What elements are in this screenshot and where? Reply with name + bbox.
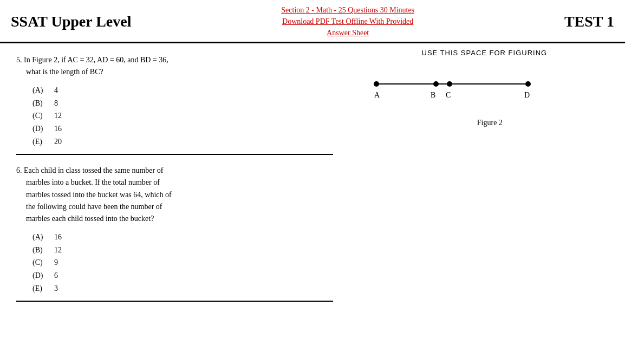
- figure-2-caption: Figure 2: [366, 119, 614, 127]
- list-item: (D) 16: [32, 122, 333, 135]
- list-item: (C) 9: [32, 256, 333, 269]
- page-title: SSAT Upper Level: [11, 13, 131, 30]
- answer-label: (E): [32, 135, 49, 148]
- question-5-number: 5.: [16, 56, 22, 64]
- question-5-line2: what is the length of BC?: [26, 68, 103, 76]
- answer-label: (A): [32, 231, 49, 244]
- figure-2-container: A B C D Figure 2: [355, 73, 614, 127]
- answer-value: 6: [54, 269, 58, 282]
- answer-label: (C): [32, 256, 49, 269]
- list-item: (D) 6: [32, 269, 333, 282]
- questions-column: 5. In Figure 2, if AC = 32, AD = 60, and…: [0, 43, 344, 307]
- question-6-answers: (A) 16 (B) 12 (C) 9 (D) 6 (E) 3: [32, 231, 333, 295]
- answer-label: (D): [32, 122, 49, 135]
- answer-value: 12: [54, 109, 62, 122]
- figuring-column: USE THIS SPACE FOR FIGURING A B C D: [344, 43, 625, 307]
- answer-value: 20: [54, 135, 62, 148]
- list-item: (E) 3: [32, 282, 333, 295]
- answer-label: (C): [32, 109, 49, 122]
- answer-value: 8: [54, 97, 58, 110]
- page-header: SSAT Upper Level Section 2 - Math - 25 Q…: [0, 0, 625, 43]
- answer-label: (D): [32, 269, 49, 282]
- point-D: [525, 81, 531, 87]
- label-A: A: [374, 91, 380, 99]
- point-C: [447, 81, 452, 87]
- answer-label: (B): [32, 244, 49, 257]
- answer-label: (A): [32, 84, 49, 97]
- question-6-line5: marbles each child tossed into the bucke…: [26, 214, 154, 223]
- list-item: (A) 16: [32, 231, 333, 244]
- list-item: (C) 12: [32, 109, 333, 122]
- question-6-text: 6. Each child in class tossed the same n…: [16, 165, 333, 225]
- question-5-line1: In Figure 2, if AC = 32, AD = 60, and BD…: [24, 56, 168, 64]
- question-6-number: 6.: [16, 166, 22, 174]
- answer-value: 3: [54, 282, 58, 295]
- question-6-line2: marbles into a bucket. If the total numb…: [26, 178, 160, 186]
- list-item: (A) 4: [32, 84, 333, 97]
- label-B: B: [431, 91, 435, 99]
- point-B: [433, 81, 439, 87]
- list-item: (E) 20: [32, 135, 333, 148]
- question-6: 6. Each child in class tossed the same n…: [16, 155, 333, 302]
- list-item: (B) 12: [32, 244, 333, 257]
- question-6-line1: Each child in class tossed the same numb…: [24, 166, 163, 174]
- question-5-answers: (A) 4 (B) 8 (C) 12 (D) 16 (E) 20: [32, 84, 333, 148]
- section-link[interactable]: Section 2 - Math - 25 Questions 30 Minut…: [281, 6, 414, 37]
- question-6-line3: marbles tossed into the bucket was 64, w…: [26, 191, 172, 199]
- list-item: (B) 8: [32, 97, 333, 110]
- question-5-text: 5. In Figure 2, if AC = 32, AD = 60, and…: [16, 54, 333, 79]
- question-6-line4: the following could have been the number…: [26, 203, 162, 211]
- answer-label: (E): [32, 282, 49, 295]
- figure-2-diagram: A B C D: [366, 73, 539, 106]
- test-label: TEST 1: [564, 13, 614, 30]
- answer-value: 16: [54, 231, 62, 244]
- header-center-link[interactable]: Section 2 - Math - 25 Questions 30 Minut…: [281, 4, 414, 38]
- answer-value: 4: [54, 84, 58, 97]
- figuring-header: USE THIS SPACE FOR FIGURING: [355, 49, 614, 57]
- point-A: [374, 81, 379, 87]
- answer-value: 9: [54, 256, 58, 269]
- answer-value: 16: [54, 122, 62, 135]
- main-content: 5. In Figure 2, if AC = 32, AD = 60, and…: [0, 43, 625, 307]
- answer-value: 12: [54, 244, 62, 257]
- label-C: C: [446, 91, 451, 99]
- question-5: 5. In Figure 2, if AC = 32, AD = 60, and…: [16, 49, 333, 155]
- label-D: D: [524, 91, 530, 99]
- answer-label: (B): [32, 97, 49, 110]
